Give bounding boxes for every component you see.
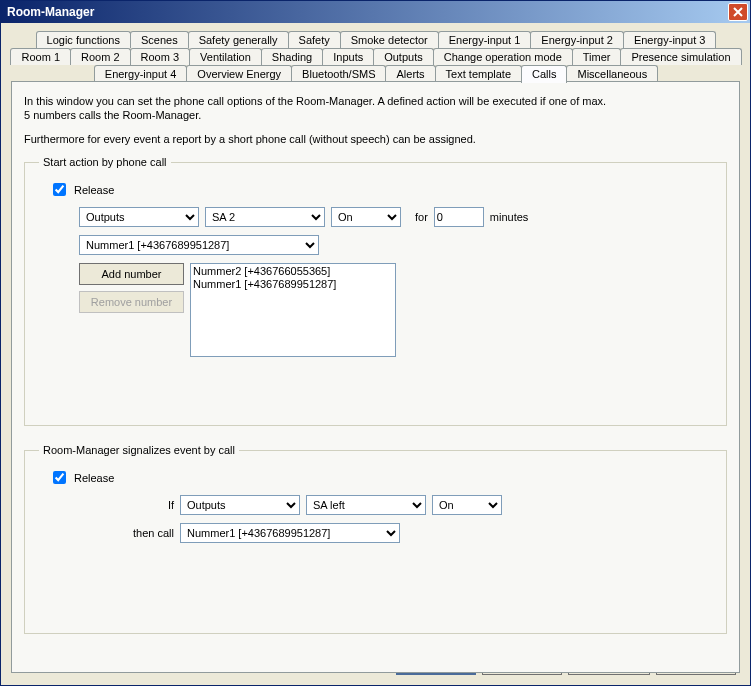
- tab-alerts[interactable]: Alerts: [385, 65, 435, 82]
- desc-line3: Furthermore for every event a report by …: [24, 132, 727, 146]
- saleft-select[interactable]: SA left: [306, 495, 426, 515]
- description: In this window you can set the phone cal…: [24, 94, 727, 122]
- if-row: If Outputs SA left On: [119, 495, 712, 515]
- sa2-select[interactable]: SA 2: [205, 207, 325, 227]
- tab-outputs[interactable]: Outputs: [373, 48, 434, 65]
- for-label: for: [415, 211, 428, 223]
- minutes-label: minutes: [490, 211, 529, 223]
- outputs-select-1[interactable]: Outputs: [79, 207, 199, 227]
- close-icon: [733, 7, 743, 17]
- duration-input[interactable]: [434, 207, 484, 227]
- desc-line2: 5 numbers calls the Room-Manager.: [24, 108, 727, 122]
- tab-inputs[interactable]: Inputs: [322, 48, 374, 65]
- tab-room-2[interactable]: Room 2: [70, 48, 131, 65]
- tab-calls[interactable]: Calls: [521, 65, 567, 83]
- tab-scenes[interactable]: Scenes: [130, 31, 189, 48]
- group-signalize-legend: Room-Manager signalizes event by call: [39, 444, 239, 456]
- tab-miscellaneous[interactable]: Miscellaneous: [566, 65, 658, 82]
- tab-energy-input-1[interactable]: Energy-input 1: [438, 31, 532, 48]
- window: Room-Manager Logic functionsScenesSafety…: [0, 0, 751, 686]
- release-1-text: Release: [74, 184, 114, 196]
- tab-smoke-detector[interactable]: Smoke detector: [340, 31, 439, 48]
- list-controls-row: Add number Remove number Nummer2 [+43676…: [79, 263, 712, 357]
- tab-energy-input-3[interactable]: Energy-input 3: [623, 31, 717, 48]
- tab-change-operation-mode[interactable]: Change operation mode: [433, 48, 573, 65]
- tab-safety[interactable]: Safety: [288, 31, 341, 48]
- tab-energy-input-2[interactable]: Energy-input 2: [530, 31, 624, 48]
- tab-text-template[interactable]: Text template: [435, 65, 522, 82]
- tab-room-1[interactable]: Room 1: [10, 48, 71, 65]
- number-select-2[interactable]: Nummer1 [+4367689951287]: [180, 523, 400, 543]
- on-select-1[interactable]: On: [331, 207, 401, 227]
- close-button[interactable]: [728, 3, 748, 21]
- release-1-label[interactable]: Release: [49, 180, 712, 199]
- number-listbox[interactable]: Nummer2 [+436766055365]Nummer1 [+4367689…: [190, 263, 396, 357]
- tab-logic-functions[interactable]: Logic functions: [36, 31, 131, 48]
- tab-presence-simulation[interactable]: Presence simulation: [620, 48, 741, 65]
- tab-safety-generally[interactable]: Safety generally: [188, 31, 289, 48]
- titlebar: Room-Manager: [1, 1, 750, 23]
- on-select-2[interactable]: On: [432, 495, 502, 515]
- group-signalize: Room-Manager signalizes event by call Re…: [24, 444, 727, 634]
- add-number-button[interactable]: Add number: [79, 263, 184, 285]
- remove-number-button: Remove number: [79, 291, 184, 313]
- tab-overview-energy[interactable]: Overview Energy: [186, 65, 292, 82]
- tab-panel-calls: In this window you can set the phone cal…: [11, 81, 740, 673]
- outputs-select-2[interactable]: Outputs: [180, 495, 300, 515]
- tab-timer[interactable]: Timer: [572, 48, 622, 65]
- thencall-label: then call: [119, 527, 174, 539]
- client-area: Logic functionsScenesSafety generallySaf…: [1, 23, 750, 685]
- tab-room-3[interactable]: Room 3: [130, 48, 191, 65]
- release-2-label[interactable]: Release: [49, 468, 712, 487]
- release-2-text: Release: [74, 472, 114, 484]
- desc-line1: In this window you can set the phone cal…: [24, 94, 727, 108]
- tab-shading[interactable]: Shading: [261, 48, 323, 65]
- tab-strip: Logic functionsScenesSafety generallySaf…: [11, 31, 740, 82]
- window-title: Room-Manager: [7, 5, 94, 19]
- group-start-action: Start action by phone call Release Outpu…: [24, 156, 727, 426]
- tab-ventilation[interactable]: Ventilation: [189, 48, 262, 65]
- if-label: If: [119, 499, 174, 511]
- tab-energy-input-4[interactable]: Energy-input 4: [94, 65, 188, 82]
- list-item[interactable]: Nummer2 [+436766055365]: [193, 265, 393, 278]
- tab-bluetooth-sms[interactable]: Bluetooth/SMS: [291, 65, 386, 82]
- action-row: Outputs SA 2 On for minutes: [79, 207, 712, 227]
- group-start-action-legend: Start action by phone call: [39, 156, 171, 168]
- number-select-1[interactable]: Nummer1 [+4367689951287]: [79, 235, 319, 255]
- release-1-checkbox[interactable]: [53, 183, 66, 196]
- number-select-row: Nummer1 [+4367689951287]: [79, 235, 712, 255]
- thencall-row: then call Nummer1 [+4367689951287]: [119, 523, 712, 543]
- release-2-checkbox[interactable]: [53, 471, 66, 484]
- list-item[interactable]: Nummer1 [+4367689951287]: [193, 278, 393, 291]
